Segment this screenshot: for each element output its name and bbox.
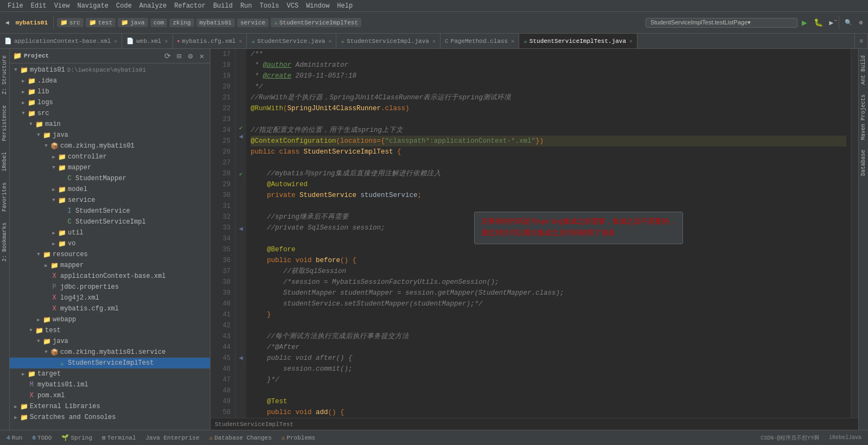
bottom-tab-enterprise[interactable]: Java Enterprise <box>141 434 203 442</box>
tree-item-webapp[interactable]: ▶ 📁 webapp <box>10 314 210 325</box>
toolbar-breadcrumb-zking[interactable]: zking <box>169 18 194 27</box>
menu-window[interactable]: Window <box>303 1 333 11</box>
right-gutter[interactable] <box>851 49 858 418</box>
tree-item-jdbc-props[interactable]: P jdbc.properties <box>10 282 210 293</box>
run-config-input[interactable] <box>646 18 797 28</box>
tree-item-package-service[interactable]: ▼ 📦 com.zking.mybatis01.service <box>10 347 210 358</box>
tree-item-external-libs[interactable]: ▶ 📁 External Libraries <box>10 401 210 412</box>
menu-help[interactable]: Help <box>334 1 356 11</box>
tab-webxml[interactable]: 📄 web.xml ✕ <box>122 34 173 48</box>
tree-item-main[interactable]: ▼ 📁 main <box>10 119 210 130</box>
tree-item-package-main[interactable]: ▼ 📦 com.zking.mybatis01 <box>10 141 210 151</box>
tree-item-mybatis01[interactable]: ▼ 📁 mybatis01 D:\iwokspace\mybatis01 <box>10 65 210 75</box>
toolbar-breadcrumb-test[interactable]: 📁test <box>86 18 116 27</box>
sidebar-settings-btn[interactable]: ⚙ <box>186 51 195 61</box>
tab-mybatiscfg[interactable]: ● mybatis.cfg.xml ✕ <box>173 34 247 48</box>
left-tab-structure[interactable]: Z: Structure <box>1 51 9 99</box>
tree-item-target[interactable]: ▶ 📁 target <box>10 368 210 379</box>
menu-edit[interactable]: Edit <box>28 1 50 11</box>
code-editor[interactable]: 17 18 19 20 21 22 23 24 25 26 27 28 29 3… <box>210 49 858 418</box>
right-panel-database[interactable]: Database <box>859 145 867 180</box>
tree-item-studentmapper[interactable]: C StudentMapper <box>10 173 210 184</box>
left-tab-favorites[interactable]: Favorites <box>1 178 9 216</box>
menu-refactor[interactable]: Refactor <box>171 1 209 11</box>
tree-item-controller[interactable]: ▶ 📁 controller <box>10 151 210 162</box>
toolbar-breadcrumb-java[interactable]: 📁java <box>118 18 148 27</box>
terminal-icon: ⊞ <box>102 434 106 441</box>
db-changes-label: Database Changes <box>214 435 272 441</box>
tab-studentservice[interactable]: ☕ StudentService.java ✕ <box>247 34 336 48</box>
tree-item-mybatis01iml[interactable]: M mybatis01.iml <box>10 379 210 390</box>
run-button[interactable]: ▶ <box>800 16 809 29</box>
tab-structure-toggle[interactable]: ≡ <box>854 34 868 48</box>
menu-run[interactable]: Run <box>237 1 256 11</box>
right-panel-maven[interactable]: Maven Projects <box>859 90 867 144</box>
toolbar-breadcrumb-service[interactable]: service <box>237 18 269 27</box>
toolbar-breadcrumb-test-file[interactable]: ☕StudentServiceImplTest <box>271 18 361 27</box>
expand-icon: ▼ <box>12 67 20 73</box>
sidebar-sync-btn[interactable]: ⟳ <box>163 51 173 61</box>
tab-studentserviceimpltest[interactable]: ☕ StudentServiceImplTest.java ✕ <box>519 34 637 48</box>
menu-vcs[interactable]: VCS <box>284 1 302 11</box>
line-numbers: 17 18 19 20 21 22 23 24 25 26 27 28 29 3… <box>210 49 235 418</box>
sidebar-close-btn[interactable]: ✕ <box>197 51 207 61</box>
bottom-tab-db-changes[interactable]: ⚠ Database Changes <box>205 433 276 442</box>
left-tab-bookmarks[interactable]: 2: Bookmarks <box>1 218 9 266</box>
tree-item-lib[interactable]: ▶ 📁 lib <box>10 86 210 97</box>
tree-item-vo[interactable]: ▶ 📁 vo <box>10 238 210 249</box>
bottom-tab-terminal[interactable]: ⊞ Terminal <box>98 433 140 442</box>
tree-item-test-java[interactable]: ▼ 📁 java <box>10 336 210 347</box>
todo-num: 6 <box>32 435 36 441</box>
right-panel-ant[interactable]: Ant Build <box>859 51 867 89</box>
menu-code[interactable]: Code <box>113 1 135 11</box>
left-tab-irebel[interactable]: iRebel <box>1 148 9 176</box>
sidebar-collapse-btn[interactable]: ⊟ <box>174 51 184 61</box>
tree-item-service[interactable]: ▼ 📁 service <box>10 195 210 206</box>
sidebar-header: 📁 Project ⟳ ⊟ ⚙ ✕ <box>10 49 210 63</box>
coverage-button[interactable]: ▶̈ <box>827 17 836 28</box>
tree-item-appctx-base[interactable]: X applicationContext-base.xml <box>10 271 210 282</box>
debug-button[interactable]: 🐛 <box>812 17 825 28</box>
tree-item-scratches[interactable]: ▶ 📁 Scratches and Consoles <box>10 412 210 423</box>
tree-item-test[interactable]: ▼ 📁 test <box>10 325 210 336</box>
toolbar-settings[interactable]: ⚙ <box>857 18 865 27</box>
toolbar-icon-back[interactable]: ◀ <box>3 18 11 27</box>
code-content[interactable]: /** * @author Administrator * @create 20… <box>246 49 851 418</box>
tree-item-resources[interactable]: ▼ 📁 resources <box>10 249 210 260</box>
tree-item-model[interactable]: ▶ 📁 model <box>10 184 210 195</box>
tree-label: mybatis01 <box>30 66 65 74</box>
tree-item-java[interactable]: ▼ 📁 java <box>10 130 210 141</box>
irebel-label: iRebelJava <box>829 435 861 441</box>
bottom-tab-problems[interactable]: ⚠ Problems <box>277 433 320 442</box>
tree-item-mapper[interactable]: ▼ 📁 mapper <box>10 162 210 173</box>
tree-item-studentserviceimpl[interactable]: C StudentServiceImpl <box>10 217 210 227</box>
toolbar-breadcrumb-src[interactable]: 📁src <box>57 18 84 27</box>
toolbar-search[interactable]: 🔍 <box>843 18 854 27</box>
tree-item-idea[interactable]: ▶ 📁 .idea <box>10 75 210 86</box>
left-tab-persistence[interactable]: Persistence <box>1 101 9 145</box>
menu-tools[interactable]: Tools <box>257 1 283 11</box>
tab-studentserviceimpl[interactable]: ☕ StudentServiceImpl.java ✕ <box>336 34 440 48</box>
toolbar-breadcrumb-mybatis01[interactable]: mybatis01 <box>196 18 235 27</box>
tree-item-studentserviceimpltest[interactable]: ☕ StudentServiceImplTest <box>10 358 210 368</box>
tree-item-pomxml[interactable]: X pom.xml <box>10 390 210 401</box>
menu-view[interactable]: View <box>51 1 73 11</box>
menu-build[interactable]: Build <box>210 1 236 11</box>
tree-item-logs[interactable]: ▶ 📁 logs <box>10 97 210 108</box>
bottom-tab-run[interactable]: 4 Run <box>2 434 27 442</box>
tree-item-util[interactable]: ▶ 📁 util <box>10 227 210 238</box>
menu-file[interactable]: File <box>4 1 27 11</box>
tree-item-mapper-res[interactable]: ▶ 📁 mapper <box>10 260 210 271</box>
tab-pagemethod[interactable]: C PageMethod.class ✕ <box>441 34 519 48</box>
tree-item-mybatis-cfg[interactable]: X mybatis.cfg.xml <box>10 303 210 314</box>
tab-applicationcontext[interactable]: 📄 applicationContext-base.xml ✕ <box>0 34 122 48</box>
bottom-tab-spring[interactable]: 🌱 Spring <box>57 433 97 442</box>
menu-navigate[interactable]: Navigate <box>74 1 112 11</box>
menu-analyze[interactable]: Analyze <box>136 1 170 11</box>
folder-icon: 📁 <box>20 66 28 74</box>
bottom-tab-todo[interactable]: 6 TODO <box>28 434 56 442</box>
toolbar-breadcrumb-com[interactable]: com <box>150 18 168 27</box>
tree-item-log4j2[interactable]: X log4j2.xml <box>10 293 210 303</box>
tree-item-studentservice[interactable]: I StudentService <box>10 206 210 217</box>
tree-item-src[interactable]: ▼ 📁 src <box>10 108 210 119</box>
